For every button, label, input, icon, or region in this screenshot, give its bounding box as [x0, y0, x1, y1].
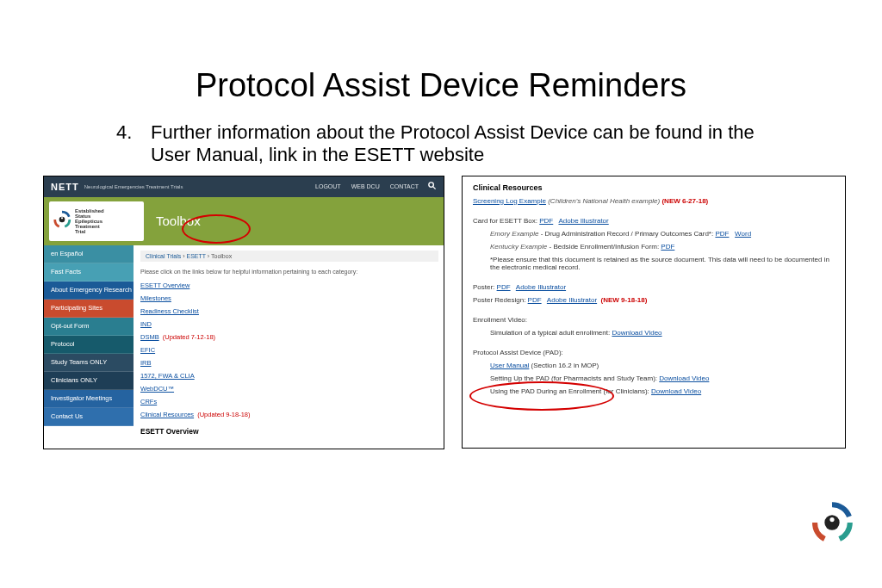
pad-setup-text: Setting Up the PAD (for Pharmacists and …	[490, 374, 657, 382]
link-readiness[interactable]: Readiness Checklist	[140, 307, 438, 315]
pad-use-text: Using the PAD During an Enrollment (for …	[490, 387, 649, 395]
sidebar-item-emergency[interactable]: About Emergency Research	[44, 282, 134, 300]
emory-word[interactable]: Word	[735, 230, 751, 238]
sidebar-item-espanol[interactable]: en Español	[44, 245, 134, 263]
link-webdcu[interactable]: WebDCU™	[140, 385, 438, 393]
poster-ai[interactable]: Adobe Illustrator	[516, 283, 566, 291]
svg-line-1	[433, 187, 436, 189]
bullet-item: 4. Further information about the Protoco…	[116, 121, 771, 167]
search-icon[interactable]	[427, 181, 437, 192]
card-pdf[interactable]: PDF	[539, 217, 553, 225]
screenshot-right: Clinical Resources Screening Log Example…	[462, 176, 846, 449]
sidebar-item-meetings[interactable]: Investigator Meetings	[44, 390, 134, 408]
link-screening-log[interactable]: Screening Log Example	[473, 197, 546, 205]
card-esett-label: Card for ESETT Box:	[473, 217, 537, 225]
kentucky-pdf[interactable]: PDF	[661, 243, 674, 251]
link-efic[interactable]: EFIC	[140, 346, 438, 354]
crumb-esett[interactable]: ESETT	[186, 253, 205, 259]
sidebar-item-protocol[interactable]: Protocol	[44, 336, 134, 354]
kentucky-example-label: Kentucky Example	[490, 243, 547, 251]
pad-use-link[interactable]: Download Video	[651, 387, 701, 395]
link-crfs[interactable]: CRFs	[140, 398, 438, 405]
breadcrumb: Clinical Trials › ESETT › Toolbox	[140, 251, 438, 262]
nett-brand: NETT	[51, 182, 79, 192]
sidebar-item-studyteams[interactable]: Study Teams ONLY	[44, 354, 134, 372]
pad-heading: Protocol Assist Device (PAD):	[473, 349, 835, 356]
nav-logout[interactable]: LOGOUT	[315, 183, 341, 189]
svg-point-5	[829, 517, 834, 522]
page-heading: Toolbox	[156, 214, 201, 228]
sidebar-item-fastfacts[interactable]: Fast Facts	[44, 263, 134, 282]
sidebar-item-sites[interactable]: Participating Sites	[44, 300, 134, 318]
crumb-current: Toolbox	[211, 253, 232, 259]
corner-logo-icon	[810, 500, 854, 545]
subhead-esett-overview: ESETT Overview	[140, 427, 438, 436]
nett-topbar: NETT Neurological Emergencies Treatment …	[44, 176, 444, 197]
screening-new-tag: (NEW 6-27-18)	[662, 197, 708, 205]
user-manual-tail: (Section 16.2 in MOP)	[529, 362, 599, 369]
sidebar-item-contact[interactable]: Contact Us	[44, 408, 134, 426]
screening-subtitle: (Children's National Health example)	[548, 197, 660, 205]
nav-webdcu[interactable]: WEB DCU	[351, 183, 380, 189]
instruction-note: Please click on the links below for help…	[140, 269, 438, 275]
link-user-manual[interactable]: User Manual	[490, 362, 529, 369]
green-band: Established Status Epilepticus Treatment…	[44, 197, 444, 245]
link-irb[interactable]: IRB	[140, 359, 438, 367]
nav-contact[interactable]: CONTACT	[390, 183, 419, 189]
link-ind[interactable]: IND	[140, 320, 438, 328]
card-ai[interactable]: Adobe Illustrator	[558, 217, 608, 225]
svg-point-3	[61, 218, 63, 220]
enrollment-download-link[interactable]: Download Video	[612, 329, 662, 337]
link-clinical-resources[interactable]: Clinical Resources	[140, 411, 194, 418]
crumb-clinical-trials[interactable]: Clinical Trials	[146, 253, 181, 259]
kentucky-mid: - Bedside Enrollment/Infusion Form:	[547, 243, 659, 251]
poster-redesign-label: Poster Redesign:	[473, 296, 525, 304]
pad-setup-link[interactable]: Download Video	[659, 374, 709, 382]
sidebar-item-optout[interactable]: Opt-out Form	[44, 318, 134, 336]
enrollment-simulation-text: Simulation of a typical adult enrollment…	[490, 329, 610, 337]
disclaimer-note: *Please ensure that this document is ret…	[490, 256, 835, 271]
screenshot-left: NETT Neurological Emergencies Treatment …	[43, 176, 444, 449]
dsmb-updated-tag: (Updated 7-12-18)	[163, 333, 215, 341]
poster-redesign-ai[interactable]: Adobe Illustrator	[547, 296, 597, 304]
emory-pdf[interactable]: PDF	[715, 230, 729, 238]
emory-mid: - Drug Administration Record / Primary O…	[538, 230, 713, 238]
left-content-area: Clinical Trials › ESETT › Toolbox Please…	[140, 251, 438, 436]
sidebar-item-clinicians[interactable]: Clinicians ONLY	[44, 372, 134, 390]
link-milestones[interactable]: Milestones	[140, 294, 438, 302]
nett-tagline: Neurological Emergencies Treatment Trial…	[84, 184, 183, 189]
link-dsmb[interactable]: DSMB	[140, 333, 159, 341]
esett-logo-icon	[53, 210, 71, 232]
poster-pdf[interactable]: PDF	[497, 283, 511, 291]
clinical-resources-head: Clinical Resources	[473, 183, 835, 192]
sidebar: en Español Fast Facts About Emergency Re…	[44, 245, 134, 426]
enrollment-video-label: Enrollment Video:	[473, 316, 835, 324]
link-fwa-clia[interactable]: 1572, FWA & CLIA	[140, 372, 438, 380]
annotation-circle-pad	[469, 381, 614, 411]
slide-title: Protocol Assist Device Reminders	[0, 67, 882, 104]
svg-point-0	[429, 183, 434, 188]
link-esett-overview[interactable]: ESETT Overview	[140, 282, 438, 289]
emory-example-label: Emory Example	[490, 230, 538, 238]
esett-logo-text: Established Status Epilepticus Treatment…	[75, 208, 104, 234]
poster-redesign-tag: (NEW 9-18-18)	[601, 296, 648, 304]
bullet-number: 4.	[116, 121, 151, 167]
bullet-text: Further information about the Protocol A…	[151, 121, 771, 167]
clinres-updated-tag: (Updated 9-18-18)	[197, 411, 250, 418]
poster-label: Poster:	[473, 283, 494, 291]
esett-logo-badge: Established Status Epilepticus Treatment…	[49, 201, 144, 241]
poster-redesign-pdf[interactable]: PDF	[528, 296, 542, 304]
